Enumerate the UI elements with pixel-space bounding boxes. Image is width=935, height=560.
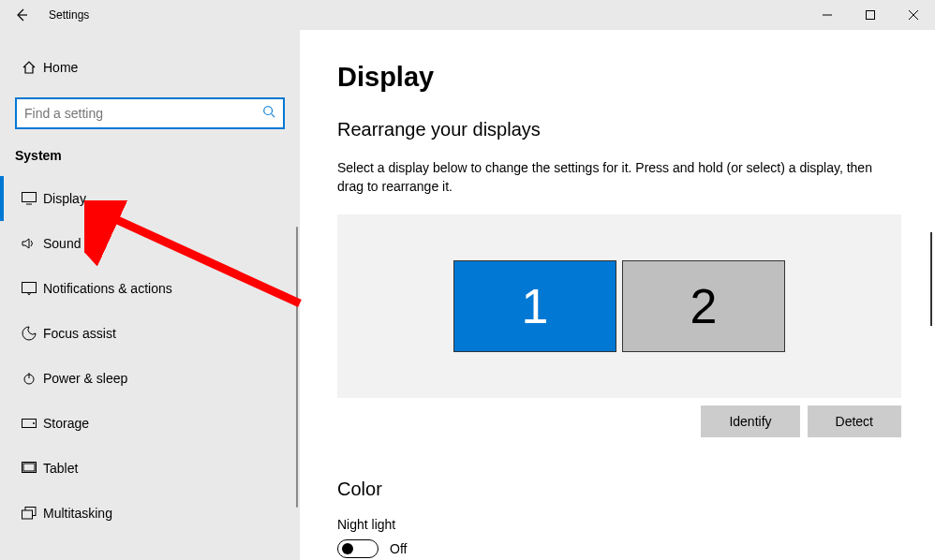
home-link[interactable]: Home — [15, 49, 300, 86]
rearrange-description: Select a display below to change the set… — [337, 159, 898, 196]
night-light-toggle[interactable] — [337, 539, 378, 558]
svg-point-6 — [33, 422, 35, 424]
display-icon — [15, 192, 43, 205]
search-box[interactable] — [15, 97, 285, 129]
color-section-header: Color — [337, 479, 898, 500]
toggle-knob — [342, 543, 353, 554]
svg-rect-8 — [23, 464, 35, 471]
minimize-icon — [823, 10, 832, 20]
sound-icon — [15, 237, 43, 250]
maximize-icon — [866, 10, 875, 20]
monitor-1[interactable]: 1 — [453, 260, 616, 352]
page-title: Display — [337, 62, 898, 93]
close-button[interactable] — [892, 0, 935, 30]
close-icon — [909, 10, 918, 20]
back-button[interactable] — [0, 0, 43, 30]
power-icon — [15, 371, 43, 386]
sidebar-scrollbar[interactable] — [296, 227, 298, 508]
nav-item-display[interactable]: Display — [0, 176, 300, 221]
nav-item-power-sleep[interactable]: Power & sleep — [0, 356, 300, 401]
nav-item-multitasking[interactable]: Multitasking — [0, 491, 300, 536]
monitor-id: 2 — [690, 278, 718, 334]
night-light-label: Night light — [337, 517, 898, 532]
home-icon — [15, 60, 43, 75]
search-input[interactable] — [24, 106, 262, 121]
monitor-id: 1 — [522, 278, 549, 334]
nav-label: Storage — [43, 416, 89, 431]
tablet-icon — [15, 462, 43, 475]
section-header-system: System — [15, 148, 300, 163]
notifications-icon — [15, 282, 43, 295]
content-scrollbar[interactable] — [930, 232, 932, 326]
svg-rect-0 — [867, 11, 875, 20]
nav-label: Power & sleep — [43, 371, 127, 386]
identify-button[interactable]: Identify — [701, 405, 799, 437]
home-label: Home — [43, 60, 78, 75]
detect-button[interactable]: Detect — [808, 405, 901, 437]
toggle-state-label: Off — [390, 541, 407, 556]
nav-label: Tablet — [43, 461, 78, 476]
nav-item-focus-assist[interactable]: Focus assist — [0, 311, 300, 356]
window-title: Settings — [49, 8, 89, 22]
arrow-left-icon — [14, 7, 29, 22]
nav-item-tablet[interactable]: Tablet — [0, 446, 300, 491]
nav-item-storage[interactable]: Storage — [0, 401, 300, 446]
svg-rect-10 — [22, 510, 33, 519]
nav-label: Display — [43, 191, 86, 206]
rearrange-title: Rearrange your displays — [337, 119, 898, 140]
nav-item-sound[interactable]: Sound — [0, 221, 300, 266]
storage-icon — [15, 419, 43, 428]
svg-rect-2 — [22, 193, 37, 202]
nav-item-notifications[interactable]: Notifications & actions — [0, 266, 300, 311]
nav-label: Focus assist — [43, 326, 116, 341]
content-pane: Display Rearrange your displays Select a… — [300, 30, 935, 560]
nav-label: Sound — [43, 236, 81, 251]
display-arrangement-area[interactable]: 1 2 — [337, 214, 901, 398]
svg-point-1 — [264, 107, 273, 115]
minimize-button[interactable] — [806, 0, 849, 30]
nav-label: Multitasking — [43, 506, 112, 521]
focus-assist-icon — [15, 326, 43, 341]
multitasking-icon — [15, 507, 43, 520]
svg-rect-3 — [22, 283, 37, 293]
sidebar: Home System Display Sound — [0, 30, 300, 560]
search-icon — [262, 105, 275, 122]
titlebar: Settings — [0, 0, 935, 30]
nav-label: Notifications & actions — [43, 281, 172, 296]
maximize-button[interactable] — [849, 0, 892, 30]
monitor-2[interactable]: 2 — [622, 260, 785, 352]
